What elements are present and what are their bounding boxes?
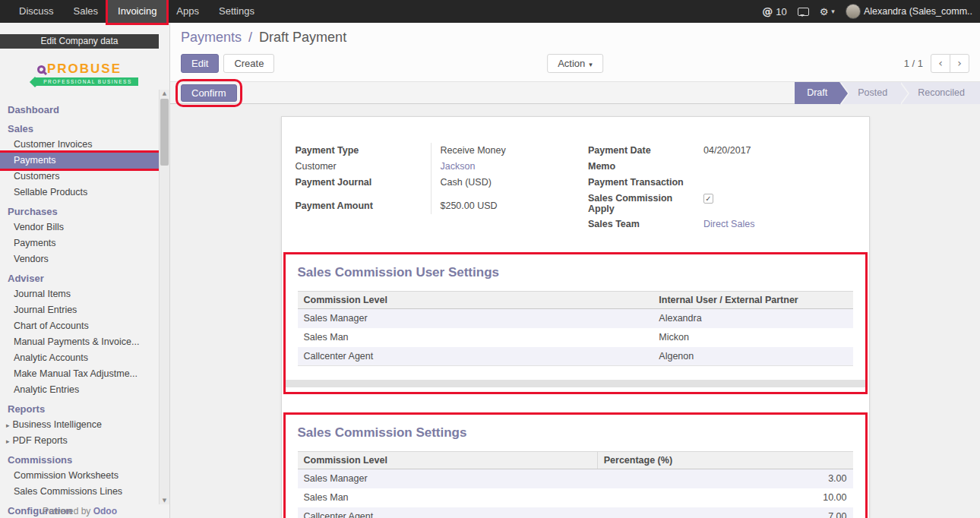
sales-commission-apply-checkbox[interactable]: ✓: [703, 194, 713, 204]
payment-date-label: Payment Date: [588, 143, 694, 159]
form-area: Payment Type Receive Money Customer Jack…: [170, 104, 980, 518]
action-label: Action: [558, 58, 585, 69]
sidebar-item-manual-payments-invoice[interactable]: Manual Payments & Invoice...: [0, 334, 159, 350]
avatar: [846, 4, 861, 19]
table-cell: 10.00: [597, 488, 852, 507]
status-step-draft[interactable]: Draft: [795, 82, 839, 104]
status-step-reconciled[interactable]: Reconciled: [899, 82, 980, 104]
payment-date-value: 04/20/2017: [694, 143, 855, 159]
table-row[interactable]: Sales Manager 3.00: [298, 469, 853, 488]
scroll-up-icon[interactable]: ▲: [160, 90, 169, 96]
customer-value-link[interactable]: Jackson: [441, 161, 476, 172]
payment-amount-label: Payment Amount: [296, 198, 431, 214]
sidebar-heading-commissions[interactable]: Commissions: [0, 453, 159, 468]
menu-discuss[interactable]: Discuss: [9, 0, 64, 23]
sidebar-heading-purchases[interactable]: Purchases: [0, 204, 159, 220]
sidebar-item-payments[interactable]: Payments: [0, 153, 159, 169]
edit-button[interactable]: Edit: [181, 54, 219, 73]
menu-invoicing[interactable]: Invoicing: [108, 0, 166, 23]
customer-label: Customer: [296, 159, 431, 175]
column-header-commission-level[interactable]: Commission Level: [298, 292, 653, 309]
confirm-button[interactable]: Confirm: [181, 84, 237, 102]
column-header-internal-user[interactable]: Internal User / External Partner: [653, 292, 852, 309]
odoo-link[interactable]: Odoo: [93, 506, 117, 516]
pager-counter: 1 / 1: [904, 58, 923, 69]
sidebar-heading-adviser[interactable]: Adviser: [0, 271, 159, 286]
table-cell: Sales Man: [298, 488, 598, 507]
menu-sales[interactable]: Sales: [64, 0, 109, 23]
sidebar-heading-reports[interactable]: Reports: [0, 402, 159, 417]
payment-journal-label: Payment Journal: [296, 175, 431, 191]
payment-amount-value: $250.00 USD: [431, 198, 563, 214]
sidebar-item-make-manual-tax-adjustments[interactable]: Make Manual Tax Adjustme...: [0, 366, 159, 382]
sidebar-item-payments-purchases[interactable]: Payments: [0, 235, 159, 251]
column-header-commission-level[interactable]: Commission Level: [298, 452, 598, 469]
sidebar-heading-sales[interactable]: Sales: [0, 122, 159, 137]
menu-apps[interactable]: Apps: [166, 0, 209, 23]
form-fields: Payment Type Receive Money Customer Jack…: [296, 143, 855, 232]
breadcrumb-payments[interactable]: Payments: [181, 30, 242, 45]
table-row[interactable]: Sales Man 10.00: [298, 488, 853, 507]
column-header-percentage[interactable]: Percentage (%): [597, 452, 852, 469]
table-row[interactable]: Callcenter Agent Algenon: [298, 347, 853, 366]
brand-text: PROBUSE: [47, 62, 122, 77]
table-cell: Callcenter Agent: [298, 347, 653, 366]
breadcrumb: Payments / Draft Payment: [181, 30, 969, 46]
user-name: Alexandra (Sales_comm..: [864, 6, 972, 17]
form-left-group: Payment Type Receive Money Customer Jack…: [296, 143, 563, 232]
sidebar-footer: Powered by Odoo: [0, 506, 160, 516]
sidebar-item-journal-items[interactable]: Journal Items: [0, 286, 159, 302]
sidebar-item-business-intelligence[interactable]: ▸Business Intelligence: [0, 417, 159, 433]
sidebar-item-vendors[interactable]: Vendors: [0, 251, 159, 267]
sales-team-value-link[interactable]: Direct Sales: [703, 219, 754, 229]
scroll-down-icon[interactable]: ▼: [160, 497, 169, 504]
payment-type-label: Payment Type: [296, 143, 431, 159]
check-icon: ✓: [705, 194, 711, 203]
messages-button[interactable]: [798, 8, 809, 16]
sidebar-item-analytic-entries[interactable]: Analytic Entries: [0, 382, 159, 398]
sidebar-item-vendor-bills[interactable]: Vendor Bills: [0, 220, 159, 235]
table-header-row: Commission Level Internal User / Externa…: [298, 292, 853, 309]
sidebar-item-customers[interactable]: Customers: [0, 169, 159, 185]
sidebar-item-sales-commissions-lines[interactable]: Sales Commissions Lines: [0, 484, 159, 500]
user-menu[interactable]: Alexandra (Sales_comm..: [846, 4, 972, 19]
sidebar-item-analytic-accounts[interactable]: Analytic Accounts: [0, 350, 159, 366]
table-cell: Alexandra: [653, 309, 852, 328]
sidebar-item-customer-invoices[interactable]: Customer Invoices: [0, 137, 159, 153]
action-dropdown[interactable]: Action▾: [547, 54, 603, 73]
form-right-group: Payment Date 04/20/2017 Memo Payment Tra…: [588, 143, 855, 232]
commission-settings-table: Commission Level Percentage (%) Sales Ma…: [298, 451, 853, 518]
activities-button[interactable]: @ 10: [762, 5, 786, 17]
table-row[interactable]: Sales Manager Alexandra: [298, 309, 853, 328]
edit-company-button[interactable]: Edit Company data: [0, 34, 159, 49]
payment-journal-value: Cash (USD): [431, 175, 563, 191]
sidebar-item-pdf-reports[interactable]: ▸PDF Reports: [0, 433, 159, 449]
table-row[interactable]: Sales Man Mickon: [298, 328, 853, 347]
sidebar-item-journal-entries[interactable]: Journal Entries: [0, 302, 159, 318]
magnifier-icon: [37, 65, 46, 74]
menu-settings[interactable]: Settings: [209, 0, 264, 23]
table-row[interactable]: Callcenter Agent 7.00: [298, 507, 853, 518]
sidebar-item-sellable-products[interactable]: Sellable Products: [0, 185, 159, 201]
sidebar-item-dashboard[interactable]: Dashboard: [0, 103, 159, 118]
breadcrumb-separator: /: [248, 30, 252, 45]
sales-commission-user-settings-section: Sales Commission User Settings Commissio…: [283, 252, 868, 394]
create-button[interactable]: Create: [223, 54, 274, 73]
sidebar-item-commission-worksheets[interactable]: Commission Worksheets: [0, 468, 159, 484]
table-cell: Sales Manager: [298, 309, 653, 328]
main-layout: Edit Company data PROBUSE PROFESSIONAL B…: [0, 23, 980, 518]
topbar: Discuss Sales Invoicing Apps Settings @ …: [0, 0, 980, 23]
pager-previous-button[interactable]: ‹: [931, 54, 950, 73]
debug-menu-button[interactable]: ⚙ ▾: [820, 6, 835, 17]
sales-commission-settings-section: Sales Commission Settings Commission Lev…: [283, 412, 868, 518]
sidebar-item-label: PDF Reports: [13, 435, 68, 446]
sidebar-scrollbar[interactable]: ▲ ▼: [159, 90, 169, 504]
pager-next-button[interactable]: ›: [950, 54, 969, 73]
caret-down-icon: ▾: [589, 61, 593, 68]
scrollbar-thumb[interactable]: [160, 99, 169, 166]
content: Payments / Draft Payment Edit Create Act…: [170, 23, 980, 518]
sidebar-item-chart-of-accounts[interactable]: Chart of Accounts: [0, 318, 159, 334]
payment-transaction-value: [694, 175, 855, 191]
table-cell: 7.00: [597, 507, 852, 518]
activities-count: 10: [776, 6, 786, 17]
